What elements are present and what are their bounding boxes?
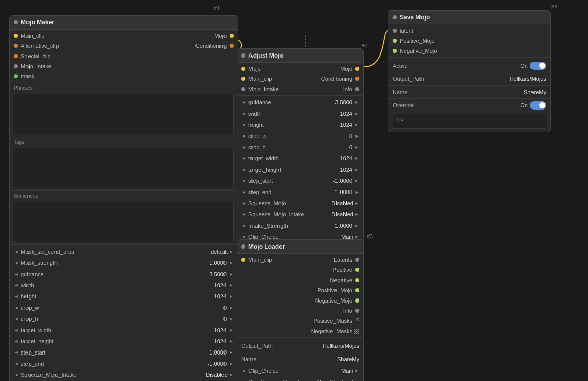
arrow-left-width[interactable]: ◄: [13, 282, 20, 289]
arrow-left-guidance[interactable]: ◄: [13, 270, 20, 278]
arrow-left-crop-h[interactable]: ◄: [13, 315, 20, 322]
param-val-width: 1024: [197, 282, 228, 288]
arrow-right-crop-h[interactable]: ►: [228, 315, 235, 322]
phrases-input[interactable]: [14, 94, 234, 134]
param-name-adj-step-start: step_start: [247, 178, 323, 184]
dot-mojo-out: [230, 34, 234, 38]
loader-property-label-output-path: Output_Path: [241, 343, 282, 349]
param-val-adj-width: 1024: [323, 111, 353, 117]
param-mask-set-cond: ◄ Mask_set_cond_area default ►: [10, 246, 238, 257]
arrow-left-adj-intake-strength[interactable]: ◄: [240, 222, 247, 229]
node-id-1: #1: [214, 5, 220, 11]
mojo-maker-header: Mojo Maker: [10, 16, 238, 30]
sentences-input[interactable]: [14, 202, 234, 242]
label-loader-positive-masks: Positive_Masks: [241, 318, 352, 324]
arrow-right-target-width[interactable]: ►: [228, 326, 235, 334]
param-val-adj-height: 1024: [323, 122, 353, 128]
label-loader-main-clip: Main_clip: [248, 257, 272, 263]
dot-adjust-main-clip: [241, 77, 245, 81]
section-phrases: Phrases: [10, 83, 238, 92]
arrow-left-adj-height[interactable]: ◄: [240, 121, 247, 128]
dot-special-clip: [14, 54, 18, 58]
dot-adjust-info-out: [355, 87, 359, 91]
arrow-left-step-end[interactable]: ◄: [13, 360, 20, 367]
loader-property-val-name[interactable]: ShareMy: [282, 356, 359, 362]
arrow-left-adj-step-start[interactable]: ◄: [240, 177, 247, 184]
toggle-override[interactable]: [530, 101, 546, 110]
label-conditioning-out: Conditioning: [195, 43, 227, 49]
dot-main-clip: [14, 34, 18, 38]
arrow-left-target-height[interactable]: ◄: [13, 338, 20, 345]
param-val-adj-target-height: 1024: [323, 167, 353, 173]
arrow-left-adj-step-end[interactable]: ◄: [240, 188, 247, 196]
arrow-right-adj-crop-h[interactable]: ►: [353, 144, 360, 151]
arrow-left-adj-crop-w[interactable]: ◄: [240, 132, 247, 140]
arrow-left-adj-squeeze-mojo-intake[interactable]: ◄: [240, 211, 247, 218]
property-val-output-path[interactable]: Hellkars/Mojos: [433, 76, 546, 82]
arrow-right-adj-step-start[interactable]: ►: [353, 177, 360, 184]
arrow-right-mask-strength[interactable]: ►: [228, 259, 235, 266]
arrow-right-adj-intake-strength[interactable]: ►: [353, 222, 360, 229]
arrow-left-adj-width[interactable]: ◄: [240, 110, 247, 117]
arrow-right-mask-set-cond[interactable]: ►: [228, 248, 235, 255]
arrow-right-guidance[interactable]: ►: [228, 270, 235, 278]
arrow-right-height[interactable]: ►: [228, 293, 235, 300]
arrow-right-loader-conditioning-output[interactable]: ►: [353, 378, 360, 381]
arrow-right-squeeze-mojo-intake[interactable]: ►: [228, 371, 235, 378]
arrow-left-height[interactable]: ◄: [13, 293, 20, 300]
param-loader-clip-choice: ◄ Clip_Choice Main ►: [237, 365, 363, 376]
arrow-right-adj-crop-w[interactable]: ►: [353, 132, 360, 140]
arrow-right-width[interactable]: ►: [228, 282, 235, 289]
dot-loader-info: [355, 309, 359, 313]
arrow-right-loader-clip-choice[interactable]: ►: [353, 367, 360, 374]
adjust-mojo-body: Mojo Mojo Main_clip Conditioning Mojo_In…: [237, 63, 363, 255]
param-name-width: width: [20, 282, 197, 288]
arrow-left-squeeze-mojo-intake[interactable]: ◄: [13, 371, 20, 378]
port-mask: mask: [10, 71, 238, 81]
save-mojo-header: Save Mojo: [388, 11, 550, 24]
arrow-right-crop-w[interactable]: ►: [228, 304, 235, 311]
arrow-left-adj-target-width[interactable]: ◄: [240, 155, 247, 162]
param-name-step-start: step_start: [20, 349, 197, 356]
dot-loader-main-clip: [241, 258, 245, 262]
arrow-right-adj-target-height[interactable]: ►: [353, 166, 360, 173]
arrow-right-adj-step-end[interactable]: ►: [353, 188, 360, 196]
param-name-crop-w: crop_w: [20, 305, 197, 311]
tags-input[interactable]: [14, 148, 234, 188]
param-name-adj-guidance: guidance: [247, 99, 323, 105]
arrow-left-mask-set-cond[interactable]: ◄: [13, 248, 20, 255]
arrow-left-loader-clip-choice[interactable]: ◄: [240, 367, 247, 374]
arrow-right-step-end[interactable]: ►: [228, 360, 235, 367]
loader-property-val-output-path[interactable]: Hellkars/Mojos: [282, 343, 359, 349]
arrow-right-adj-width[interactable]: ►: [353, 110, 360, 117]
arrow-right-adj-squeeze-mojo-intake[interactable]: ►: [353, 211, 360, 218]
arrow-left-adj-crop-h[interactable]: ◄: [240, 144, 247, 151]
label-negative-out: Negative: [241, 277, 352, 283]
arrow-left-adj-guidance[interactable]: ◄: [240, 99, 247, 106]
param-val-crop-w: 0: [197, 305, 228, 311]
arrow-right-target-height[interactable]: ►: [228, 338, 235, 345]
param-val-target-height: 1024: [197, 338, 228, 344]
arrow-left-mask-strength[interactable]: ◄: [13, 259, 20, 266]
save-mojo-info-box: Info: [393, 114, 546, 129]
property-val-name[interactable]: ShareMy: [433, 89, 546, 95]
arrow-left-loader-conditioning-output[interactable]: ◄: [240, 378, 247, 381]
dot-negative-out: [355, 278, 359, 282]
label-mojo-out: Mojo: [214, 33, 227, 39]
arrow-right-adj-guidance[interactable]: ►: [353, 99, 360, 106]
arrow-right-adj-target-width[interactable]: ►: [353, 155, 360, 162]
label-alt-clip: Alternative_clip: [21, 43, 59, 49]
param-name-mask-set-cond: Mask_set_cond_area: [20, 249, 187, 255]
param-target-width: ◄ target_width 1024 ►: [10, 324, 238, 336]
arrow-right-step-start[interactable]: ►: [228, 349, 235, 356]
arrow-left-adj-squeeze-mojo[interactable]: ◄: [240, 200, 247, 207]
arrow-right-adj-height[interactable]: ►: [353, 121, 360, 128]
toggle-active[interactable]: [530, 62, 546, 70]
arrow-left-adj-target-height[interactable]: ◄: [240, 166, 247, 173]
arrow-left-target-width[interactable]: ◄: [13, 326, 20, 334]
arrow-right-adj-squeeze-mojo[interactable]: ►: [353, 200, 360, 207]
arrow-left-step-start[interactable]: ◄: [13, 349, 20, 356]
arrow-left-crop-w[interactable]: ◄: [13, 304, 20, 311]
adjust-mojo-header: Adjust Mojo: [237, 49, 363, 63]
save-mojo-body: latent Positive_Mojo Negative_Mojo Activ…: [388, 24, 550, 132]
